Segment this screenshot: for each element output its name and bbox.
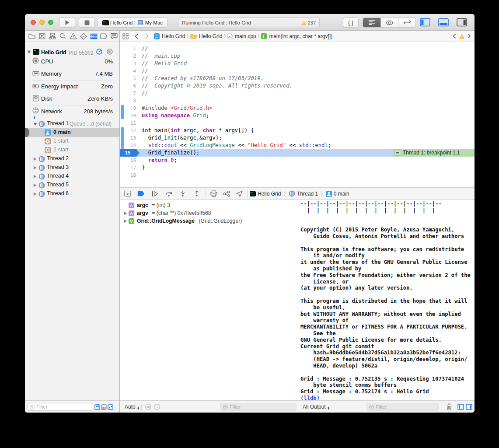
scheme-selector[interactable]: Hello Grid 〉 My Mac bbox=[98, 18, 167, 28]
navigator-tab-report-navigator[interactable] bbox=[109, 33, 120, 39]
code-snippets-button[interactable]: { } bbox=[343, 18, 359, 28]
line-number[interactable]: 5 bbox=[120, 75, 136, 82]
breakpoints-toggle-button[interactable] bbox=[137, 188, 145, 200]
version-editor-button[interactable] bbox=[398, 18, 415, 27]
disclosure-closed-icon[interactable] bbox=[33, 166, 37, 170]
stack-frame-row-0-main[interactable]: 0 main bbox=[25, 128, 119, 137]
info-icon[interactable] bbox=[154, 404, 160, 410]
stack-frame-row-1-start[interactable]: 1 start bbox=[25, 137, 119, 146]
sidebar-filter-field[interactable]: Filter bbox=[27, 403, 93, 411]
lldb-prompt[interactable]: (lldb) bbox=[300, 395, 475, 400]
line-number[interactable]: 17 bbox=[120, 164, 136, 172]
disclosure-open-icon[interactable] bbox=[27, 50, 31, 54]
variables-scope-popup[interactable]: Auto▲▼ bbox=[125, 404, 140, 410]
quicklook-eye-icon[interactable] bbox=[145, 404, 152, 410]
disclosure-closed-icon[interactable] bbox=[33, 157, 37, 161]
disclosure-closed-icon[interactable] bbox=[33, 183, 37, 187]
gauge-row-network[interactable]: Network208 bytes/s bbox=[25, 105, 119, 117]
close-window-button[interactable] bbox=[31, 20, 36, 25]
stack-frame-row-2-start[interactable]: 2 start bbox=[25, 146, 119, 154]
debug-breadcrumb-item[interactable]: Hello Grid bbox=[250, 191, 281, 197]
navigator-tab-issue-navigator[interactable] bbox=[68, 33, 78, 39]
disclosure-closed-icon[interactable] bbox=[33, 192, 37, 196]
issue-warning-icon[interactable] bbox=[459, 34, 465, 39]
stop-button[interactable] bbox=[79, 18, 95, 28]
toggle-variables-view-icon[interactable] bbox=[457, 404, 464, 410]
previous-issue-icon[interactable] bbox=[453, 34, 456, 38]
gauges-indicator-icon[interactable] bbox=[96, 49, 102, 55]
continue-button[interactable] bbox=[151, 188, 159, 200]
breadcrumb-item[interactable]: fmain(int argc, char * argv[]) bbox=[261, 33, 332, 39]
line-number[interactable]: 13 bbox=[120, 134, 136, 142]
navigator-tab-test-navigator[interactable] bbox=[78, 33, 89, 40]
next-issue-icon[interactable] bbox=[468, 34, 471, 38]
variable-row-grid-gridlogmessage[interactable]: VGrid::GridLogMessage (Grid::GridLogger) bbox=[120, 217, 298, 225]
console-filter-field[interactable]: Filter bbox=[366, 403, 439, 411]
toggle-navigator-panel-button[interactable] bbox=[420, 18, 430, 27]
step-into-button[interactable] bbox=[179, 188, 187, 200]
thread-row-thread-4[interactable]: Thread 4 bbox=[25, 172, 119, 181]
show-running-toggle-icon[interactable] bbox=[94, 404, 100, 410]
gauge-row-cpu[interactable]: CPU0% bbox=[25, 55, 119, 67]
line-number[interactable]: 11 bbox=[120, 119, 136, 127]
line-number[interactable]: 7 bbox=[120, 90, 136, 97]
navigator-tab-find-navigator[interactable] bbox=[58, 33, 68, 39]
run-button[interactable] bbox=[59, 18, 75, 28]
gauge-row-energy-impact[interactable]: Energy ImpactZero bbox=[25, 80, 119, 92]
minimize-window-button[interactable] bbox=[39, 20, 45, 25]
line-number[interactable]: 4 bbox=[120, 67, 136, 75]
thread-row-thread-5[interactable]: Thread 5 bbox=[25, 181, 119, 189]
console-output[interactable]: --|--|--|--|--|--|--|--|--|--|--|--|--|-… bbox=[298, 200, 475, 400]
line-number[interactable]: 1 bbox=[120, 45, 136, 52]
navigator-tab-symbol-navigator[interactable] bbox=[47, 33, 58, 39]
breakpoint-annotation[interactable]: Thread 1: breakpoint 1.1 bbox=[393, 149, 475, 157]
line-number[interactable]: 14 bbox=[120, 142, 136, 149]
line-number[interactable]: 10 bbox=[120, 112, 136, 119]
zoom-window-button[interactable] bbox=[48, 20, 53, 25]
assistant-editor-button[interactable] bbox=[380, 18, 398, 27]
debug-breadcrumb-item[interactable]: Thread 1 bbox=[289, 190, 318, 197]
go-back-icon[interactable] bbox=[135, 34, 138, 39]
memory-graph-button[interactable] bbox=[223, 188, 230, 200]
gauge-row-memory[interactable]: Memory7.4 MB bbox=[25, 68, 119, 80]
view-hierarchy-button[interactable] bbox=[210, 188, 218, 200]
debug-breadcrumb-item[interactable]: 0 main bbox=[326, 191, 349, 197]
standard-editor-button[interactable] bbox=[363, 18, 380, 27]
step-over-button[interactable] bbox=[165, 188, 173, 200]
navigator-tab-debug-navigator[interactable] bbox=[88, 33, 99, 39]
clear-console-trash-icon[interactable] bbox=[446, 403, 452, 410]
show-threads-toggle-icon[interactable] bbox=[101, 404, 107, 410]
navigator-tab-project-navigator[interactable] bbox=[27, 33, 37, 39]
line-number[interactable]: 6 bbox=[120, 82, 136, 90]
line-number[interactable]: 18 bbox=[120, 172, 136, 179]
source-editor[interactable]: 1//2// main.cpp3// Hello Grid4//5// Crea… bbox=[120, 42, 475, 187]
variable-row-argc[interactable]: Aargc = (int) 3 bbox=[120, 201, 298, 209]
hide-debug-area-button[interactable] bbox=[124, 188, 132, 200]
breadcrumb-item[interactable]: C+main.cpp bbox=[227, 33, 256, 39]
toggle-debug-area-button[interactable] bbox=[438, 18, 449, 27]
thread-row-thread-2[interactable]: Thread 2 bbox=[25, 154, 119, 163]
thread-row-thread-3[interactable]: Thread 3 bbox=[25, 163, 119, 172]
show-stack-toggle-icon[interactable] bbox=[108, 404, 113, 410]
thread-row-thread-1[interactable]: Thread 1Queue:...d (serial) bbox=[25, 119, 119, 128]
navigator-tab-source-control-navigator[interactable] bbox=[37, 33, 48, 39]
variables-view[interactable]: Aargc = (int) 3Aargv = (char **) 0x7ffee… bbox=[120, 200, 298, 400]
disclosure-closed-icon[interactable] bbox=[124, 211, 127, 215]
breadcrumb-item[interactable]: Hello Grid bbox=[154, 33, 185, 39]
line-number[interactable]: 2 bbox=[120, 52, 136, 60]
disclosure-open-icon[interactable] bbox=[33, 122, 37, 126]
navigator-tab-breakpoint-navigator[interactable] bbox=[99, 33, 109, 39]
breakpoint-badge[interactable]: 15 bbox=[120, 149, 140, 157]
thread-row-thread-6[interactable]: Thread 6 bbox=[25, 189, 119, 198]
threads-indicator-icon[interactable] bbox=[107, 49, 113, 55]
warning-count-badge[interactable]: 237 bbox=[301, 20, 316, 25]
simulate-location-button[interactable] bbox=[235, 188, 243, 200]
disclosure-closed-icon[interactable] bbox=[33, 175, 37, 178]
line-number[interactable]: 9 bbox=[120, 105, 136, 112]
variables-filter-field[interactable]: Filter bbox=[220, 403, 297, 411]
line-number[interactable]: 16 bbox=[120, 157, 136, 164]
gauge-row-disk[interactable]: DiskZero KB/s bbox=[25, 93, 119, 105]
related-items-icon[interactable] bbox=[122, 33, 129, 39]
step-out-button[interactable] bbox=[193, 188, 201, 200]
breadcrumb-item[interactable]: Hello Grid bbox=[190, 33, 222, 39]
